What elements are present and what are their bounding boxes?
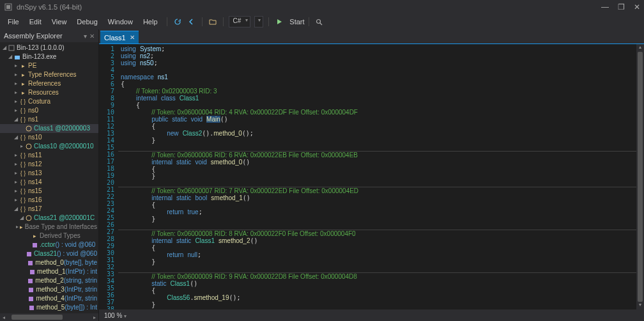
line-numbers: 1 2 3 4 5 6 7 8 9 10 11 12 13 14 15 16 1… [99, 44, 118, 309]
tree-class10[interactable]: ▸Class10 @02000010 [0, 142, 98, 151]
tree-root[interactable]: ◢Bin-123 (1.0.0.0) [0, 43, 98, 52]
svg-rect-16 [29, 306, 34, 310]
tree-class21[interactable]: ◢Class21 @0200001C [0, 214, 98, 223]
tree-derived-types[interactable]: ▸Derived Types [0, 231, 98, 240]
open-button[interactable] [206, 15, 219, 28]
tree-resources[interactable]: ▸▸Resources [0, 88, 98, 97]
tree-ns-ns0[interactable]: ▸{ }ns0 [0, 106, 98, 115]
separator [268, 17, 269, 26]
tree-member-3[interactable]: method_1(IntPtr) : int [0, 267, 98, 276]
svg-rect-13 [28, 279, 33, 283]
menu-view[interactable]: View [47, 16, 72, 27]
tree-ns-ns1[interactable]: ◢{ }ns1 [0, 115, 98, 124]
svg-point-2 [317, 19, 321, 23]
tree-ns-ns17[interactable]: ◢{ }ns17 [0, 205, 98, 214]
editor-area: Class1 ✕ 1 2 3 4 5 6 7 8 9 10 11 12 13 1… [99, 29, 644, 321]
start-button[interactable] [273, 15, 286, 28]
svg-rect-12 [30, 270, 34, 274]
vertical-scrollbar[interactable]: ▴ ▾ [636, 44, 644, 309]
refresh-button[interactable] [171, 15, 184, 28]
svg-point-6 [26, 126, 31, 131]
menu-file[interactable]: File [3, 16, 24, 27]
tab-bar: Class1 ✕ [99, 29, 644, 43]
tree-ns-ns13[interactable]: ▸{ }ns13 [0, 169, 98, 178]
separator [223, 17, 224, 26]
tree-member-5[interactable]: method_3(IntPtr, strin [0, 285, 98, 294]
editor-statusbar: 100 % [99, 309, 644, 321]
panel-title: Assembly Explorer [4, 32, 63, 40]
window-title: dnSpy v6.1.5 (64-bit) [17, 3, 601, 11]
tree-class1[interactable]: Class1 @02000003 [0, 124, 98, 133]
assembly-explorer: Assembly Explorer ▾ ✕ ◢Bin-123 (1.0.0.0)… [0, 29, 99, 321]
scrollbar-thumb[interactable] [12, 315, 63, 320]
scroll-up-icon[interactable]: ▴ [636, 44, 644, 52]
tree-member-4[interactable]: method_2(string, strin [0, 276, 98, 285]
horizontal-scrollbar[interactable]: ◂ ▸ [0, 313, 98, 321]
tree[interactable]: ◢Bin-123 (1.0.0.0)◢Bin-123.exe▸▸PE▸▸Type… [0, 42, 98, 313]
svg-point-8 [26, 215, 31, 221]
close-button[interactable]: ✕ [634, 3, 640, 12]
separator [202, 17, 203, 26]
menubar: FileEditViewDebugWindowHelp C# Start [0, 14, 644, 29]
code-editor[interactable]: using System; using ns2; using ns50; nam… [118, 44, 636, 309]
svg-rect-10 [27, 252, 31, 256]
svg-rect-14 [29, 288, 33, 292]
scroll-left-icon[interactable]: ◂ [0, 315, 8, 320]
tree-ns-ns10[interactable]: ◢{ }ns10 [0, 133, 98, 142]
tree-exe[interactable]: ◢Bin-123.exe [0, 52, 98, 61]
back-button[interactable] [185, 15, 198, 28]
tree-ns-ns16[interactable]: ▸{ }ns16 [0, 196, 98, 205]
maximize-button[interactable]: ❐ [618, 3, 625, 12]
svg-rect-5 [15, 56, 20, 59]
tree-ns-ns15[interactable]: ▸{ }ns15 [0, 187, 98, 196]
tab-close-icon[interactable]: ✕ [130, 34, 135, 41]
menu-debug[interactable]: Debug [72, 16, 102, 27]
language-select[interactable]: C# [229, 16, 251, 27]
menu-help[interactable]: Help [138, 16, 163, 27]
tree-refs[interactable]: ▸▸References [0, 79, 98, 88]
scroll-right-icon[interactable]: ▸ [91, 315, 98, 320]
minimize-button[interactable]: — [601, 3, 609, 12]
tree-ns-ns12[interactable]: ▸{ }ns12 [0, 160, 98, 169]
scroll-down-icon[interactable]: ▾ [636, 302, 644, 309]
tree-member-2[interactable]: method_0(byte[], byte [0, 258, 98, 267]
start-label[interactable]: Start [289, 18, 304, 26]
tab-class1[interactable]: Class1 ✕ [100, 31, 139, 43]
svg-rect-1 [6, 5, 10, 9]
panel-menu-icon[interactable]: ▾ [84, 33, 87, 40]
config-select[interactable] [254, 16, 263, 27]
svg-rect-15 [29, 297, 33, 301]
tree-member-0[interactable]: .cctor() : void @060 [0, 240, 98, 249]
titlebar: dnSpy v6.1.5 (64-bit) — ❐ ✕ [0, 0, 644, 14]
tree-member-1[interactable]: Class21() : void @060 [0, 249, 98, 258]
menu-edit[interactable]: Edit [24, 16, 47, 27]
tree-ns-ns14[interactable]: ▸{ }ns14 [0, 178, 98, 187]
app-icon [4, 3, 13, 12]
tree-ns-ns11[interactable]: ▸{ }ns11 [0, 151, 98, 160]
tab-label: Class1 [104, 34, 126, 42]
svg-rect-9 [33, 243, 37, 247]
tree-base-types[interactable]: ▸▸Base Type and Interfaces [0, 223, 98, 231]
menu-window[interactable]: Window [103, 16, 138, 27]
panel-header: Assembly Explorer ▾ ✕ [0, 29, 98, 42]
panel-close-icon[interactable]: ✕ [89, 33, 95, 40]
zoom-level[interactable]: 100 % [104, 312, 126, 319]
tree-pe[interactable]: ▸▸PE [0, 61, 98, 70]
search-button[interactable] [313, 15, 326, 28]
tree-ns-costura[interactable]: ▸{ }Costura [0, 97, 98, 106]
tree-member-7[interactable]: method_5(byte[]) : Int [0, 303, 98, 312]
separator [309, 17, 309, 26]
tree-typerefs[interactable]: ▸▸Type References [0, 70, 98, 79]
svg-rect-11 [28, 261, 33, 265]
separator [167, 17, 167, 26]
tree-member-6[interactable]: method_4(IntPtr, strin [0, 294, 98, 303]
svg-point-7 [26, 144, 31, 149]
svg-line-3 [320, 23, 322, 25]
svg-rect-4 [9, 45, 14, 51]
